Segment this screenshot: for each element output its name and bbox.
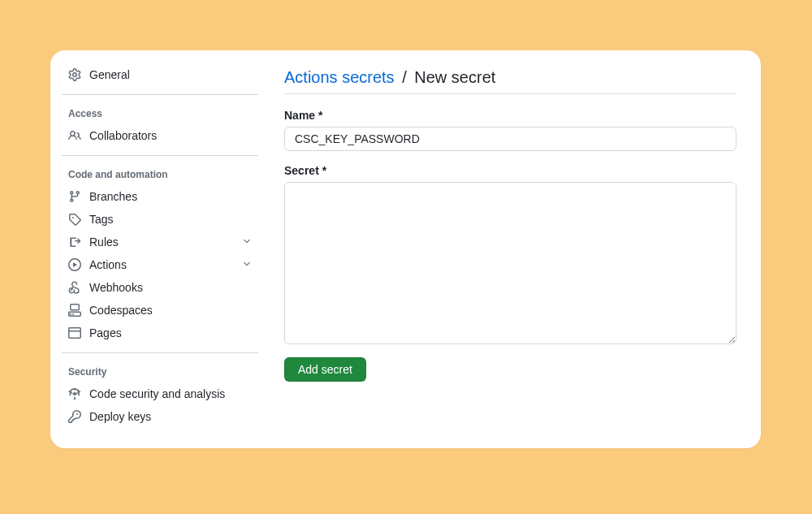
section-header-access: Access: [50, 97, 270, 124]
branch-icon: [68, 190, 81, 203]
chevron-down-icon: [242, 236, 252, 248]
secret-textarea[interactable]: [284, 182, 736, 344]
breadcrumb-link[interactable]: Actions secrets: [284, 68, 395, 86]
name-input[interactable]: [284, 127, 736, 151]
section-header-security: Security: [50, 355, 270, 382]
sidebar-item-branches[interactable]: Branches: [50, 185, 270, 208]
tag-icon: [68, 213, 81, 226]
secret-label: Secret *: [284, 164, 736, 177]
sidebar-item-actions[interactable]: Actions: [50, 253, 270, 276]
sidebar-item-rules[interactable]: Rules: [50, 231, 270, 253]
breadcrumb-current: New secret: [414, 68, 495, 86]
sidebar-item-code-security[interactable]: Code security and analysis: [50, 382, 270, 405]
sidebar-item-deploy-keys[interactable]: Deploy keys: [50, 405, 270, 428]
key-icon: [68, 410, 81, 423]
analysis-icon: [68, 387, 81, 400]
sidebar-item-webhooks[interactable]: Webhooks: [50, 276, 270, 299]
divider: [62, 155, 258, 156]
sidebar-item-label: Deploy keys: [89, 410, 252, 423]
people-icon: [68, 129, 81, 142]
sidebar-item-pages[interactable]: Pages: [50, 322, 270, 344]
browser-icon: [68, 326, 81, 339]
sidebar-item-general[interactable]: General: [50, 63, 270, 86]
name-label: Name *: [284, 109, 736, 122]
codespaces-icon: [68, 304, 81, 317]
main-content: Actions secrets / New secret Name * Secr…: [270, 50, 761, 448]
breadcrumb-separator: /: [402, 68, 407, 86]
play-icon: [68, 258, 81, 271]
chevron-down-icon: [242, 259, 252, 271]
sidebar-item-collaborators[interactable]: Collaborators: [50, 124, 270, 147]
sidebar-item-tags[interactable]: Tags: [50, 208, 270, 231]
sidebar-item-label: Collaborators: [89, 129, 252, 142]
sidebar-item-label: Code security and analysis: [89, 387, 252, 400]
webhook-icon: [68, 281, 81, 294]
sidebar-item-label: Tags: [89, 213, 252, 226]
gear-icon: [68, 68, 81, 81]
sidebar-item-codespaces[interactable]: Codespaces: [50, 299, 270, 322]
add-secret-button[interactable]: Add secret: [284, 357, 366, 382]
settings-card: General Access Collaborators Code and au…: [50, 50, 761, 448]
page-title: Actions secrets / New secret: [284, 68, 736, 94]
sidebar-item-label: Actions: [89, 258, 234, 271]
sidebar-item-label: Codespaces: [89, 304, 252, 317]
divider: [62, 94, 258, 95]
section-header-code: Code and automation: [50, 158, 270, 185]
sidebar-item-label: General: [89, 68, 252, 81]
sidebar-item-label: Rules: [89, 235, 234, 248]
divider: [62, 352, 258, 353]
settings-sidebar: General Access Collaborators Code and au…: [50, 50, 270, 448]
sidebar-item-label: Pages: [89, 326, 252, 339]
rules-icon: [68, 235, 81, 248]
sidebar-item-label: Webhooks: [89, 281, 252, 294]
sidebar-item-label: Branches: [89, 190, 252, 203]
